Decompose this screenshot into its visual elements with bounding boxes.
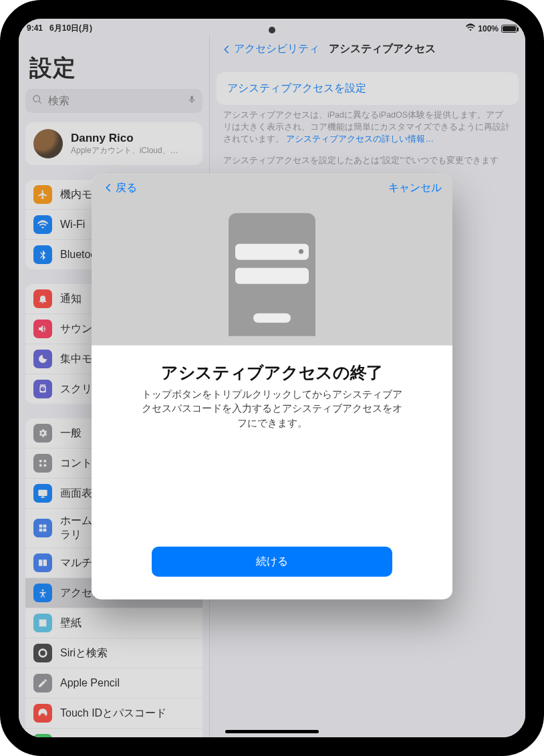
chevron-left-icon [102,182,114,194]
sheet-cancel-button[interactable]: キャンセル [388,180,442,195]
sheet-body-text: トップボタンをトリプルクリックしてからアシスティブアクセスパスコードを入力すると… [138,387,406,430]
illustration-device [229,213,315,336]
home-indicator[interactable] [225,730,319,733]
continue-button[interactable]: 続ける [152,546,392,576]
assistive-access-exit-sheet: 戻る キャンセル アシスティブアクセスの終了 トップボタンをトリプルクリックして… [92,174,452,599]
sheet-back-button[interactable]: 戻る [102,180,137,195]
sheet-title: アシスティブアクセスの終了 [114,361,430,383]
